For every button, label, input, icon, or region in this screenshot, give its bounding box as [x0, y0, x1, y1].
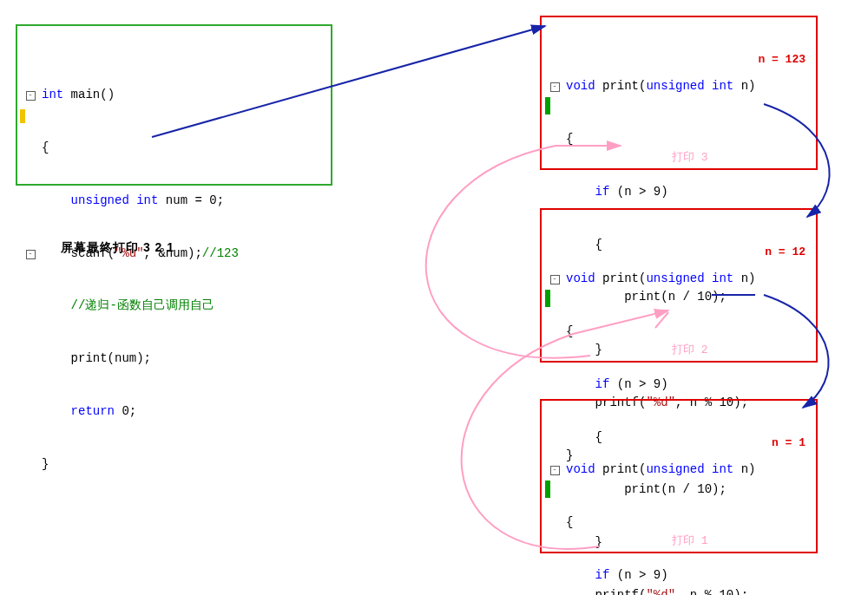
n-value-label: n = 1 — [772, 435, 806, 452]
print-call-3: -void print(unsigned int n) { if (n > 9)… — [540, 399, 818, 553]
code-line: //递归-函数自己调用自己 — [21, 297, 324, 314]
n-value-label: n = 123 — [758, 52, 806, 69]
code-line: print(num); — [21, 350, 324, 367]
fold-icon: - — [550, 466, 560, 475]
code-line: -void print(unsigned int n) — [545, 270, 809, 287]
code-line: } — [21, 455, 324, 473]
print-call-2: -void print(unsigned int n) { if (n > 9)… — [540, 208, 818, 363]
code-line: -void print(unsigned int n) — [545, 461, 809, 478]
main-code-box: -int main() { unsigned int num = 0; - sc… — [16, 24, 332, 186]
print-result-label: 打印 2 — [672, 343, 708, 359]
code-line: { — [21, 139, 324, 156]
n-value-label: n = 12 — [765, 245, 806, 261]
code-line: { — [545, 130, 809, 147]
code-line: -void print(unsigned int n) — [545, 77, 809, 95]
final-output-text: 屏幕最终打印 3 2 1 — [61, 240, 174, 256]
code-line: if (n > 9) — [545, 566, 809, 584]
fold-icon: - — [550, 275, 560, 284]
code-line: { — [545, 513, 809, 531]
print-result-label: 打印 3 — [672, 150, 708, 167]
fold-icon: - — [26, 250, 36, 259]
print-result-label: 打印 1 — [672, 533, 708, 550]
fold-icon: - — [26, 91, 36, 101]
code-line: if (n > 9) — [545, 376, 809, 393]
code-line: -int main() — [21, 86, 324, 103]
code-line: if (n > 9) — [545, 183, 809, 200]
code-line: unsigned int num = 0; — [21, 192, 324, 209]
code-line: return 0; — [21, 402, 324, 420]
fold-icon: - — [550, 82, 560, 92]
print-call-1: -void print(unsigned int n) { if (n > 9)… — [540, 16, 818, 170]
code-line: { — [545, 323, 809, 340]
